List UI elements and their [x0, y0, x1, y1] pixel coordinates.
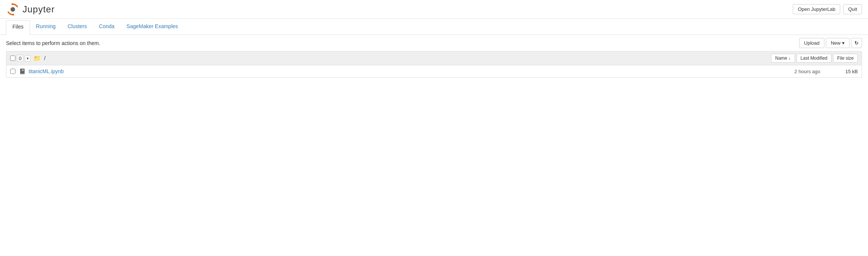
open-jupyterlab-button[interactable]: Open JupyterLab — [793, 4, 840, 14]
tab-sagemaker[interactable]: SageMaker Examples — [120, 19, 184, 35]
path-slash: / — [44, 55, 46, 61]
select-dropdown-icon[interactable]: ▾ — [25, 55, 30, 62]
svg-point-0 — [11, 7, 15, 12]
selected-count: 0 — [17, 55, 23, 62]
folder-icon: 📁 — [33, 55, 41, 62]
toolbar: Select items to perform actions on them.… — [0, 35, 868, 51]
select-message: Select items to perform actions on them. — [6, 40, 100, 46]
file-size: 15 kB — [828, 69, 858, 74]
tabs-bar: Files Running Clusters Conda SageMaker E… — [0, 19, 868, 35]
new-button[interactable]: New ▾ — [826, 38, 850, 48]
toolbar-right: Upload New ▾ ↻ — [799, 38, 862, 48]
file-checkbox[interactable] — [10, 69, 15, 74]
path-bar: 0 ▾ 📁 / Name ↓ Last Modified File size — [6, 51, 862, 65]
header: Jupyter Open JupyterLab Quit — [0, 0, 868, 19]
refresh-icon: ↻ — [854, 40, 859, 46]
new-dropdown-arrow-icon: ▾ — [842, 40, 845, 46]
tab-running[interactable]: Running — [30, 19, 62, 35]
notebook-icon: 📓 — [19, 68, 26, 74]
file-name-link[interactable]: titanicML.ipynb — [29, 68, 760, 74]
file-modified: 2 hours ago — [760, 69, 828, 74]
upload-button[interactable]: Upload — [799, 38, 824, 48]
sort-name-button[interactable]: Name ↓ — [771, 54, 795, 63]
file-browser: 0 ▾ 📁 / Name ↓ Last Modified File size 📓… — [0, 51, 868, 78]
jupyter-logo-icon — [6, 3, 20, 16]
file-list: 📓 titanicML.ipynb 2 hours ago 15 kB — [6, 65, 862, 78]
header-buttons: Open JupyterLab Quit — [793, 4, 862, 14]
path-right: Name ↓ Last Modified File size — [771, 54, 858, 63]
select-all-checkbox[interactable] — [10, 56, 15, 61]
tab-files[interactable]: Files — [6, 20, 30, 35]
refresh-button[interactable]: ↻ — [851, 38, 862, 48]
select-all-area: 0 ▾ — [10, 55, 30, 62]
table-row: 📓 titanicML.ipynb 2 hours ago 15 kB — [6, 65, 862, 77]
tab-conda[interactable]: Conda — [93, 19, 120, 35]
logo-area: Jupyter — [6, 3, 55, 16]
quit-button[interactable]: Quit — [843, 4, 862, 14]
path-left: 0 ▾ 📁 / — [10, 55, 46, 62]
svg-point-2 — [12, 14, 14, 15]
tab-clusters[interactable]: Clusters — [62, 19, 93, 35]
sort-size-button[interactable]: File size — [833, 54, 858, 63]
app-name: Jupyter — [23, 4, 55, 15]
svg-point-1 — [12, 3, 14, 5]
sort-modified-button[interactable]: Last Modified — [797, 54, 832, 63]
